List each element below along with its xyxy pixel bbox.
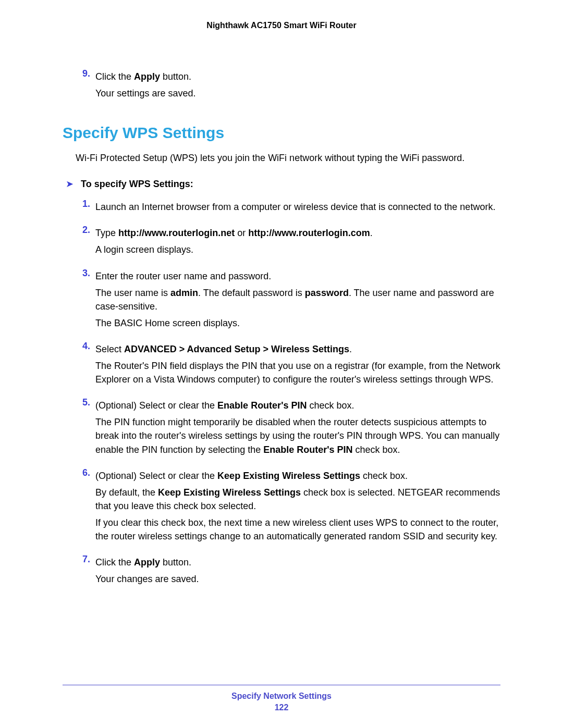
bold-text: Apply	[134, 71, 160, 82]
step-body: Enter the router user name and password.…	[95, 266, 500, 333]
bold-text: ADVANCED > Advanced Setup > Wireless Set…	[124, 344, 349, 354]
text: Click the	[95, 557, 134, 567]
step-number: 5.	[76, 396, 90, 459]
bold-text: Keep Existing Wireless Settings	[217, 471, 360, 481]
bold-text: Apply	[134, 557, 160, 567]
text: Your changes are saved.	[95, 572, 500, 586]
text: Select	[95, 344, 124, 354]
step-body: Type http://www.routerlogin.net or http:…	[95, 223, 500, 260]
step-3: 3. Enter the router user name and passwo…	[76, 266, 500, 333]
section-intro: Wi-Fi Protected Setup (WPS) lets you joi…	[76, 151, 500, 165]
step-4: 4. Select ADVANCED > Advanced Setup > Wi…	[76, 339, 500, 389]
document-page: Nighthawk AC1750 Smart WiFi Router 9. Cl…	[0, 0, 563, 728]
text: Launch an Internet browser from a comput…	[95, 200, 500, 214]
text: .	[349, 344, 352, 354]
step-number: 2.	[76, 223, 90, 260]
step-number: 7.	[76, 552, 90, 589]
text: Type	[95, 228, 118, 238]
page-number: 122	[63, 703, 500, 712]
text: (Optional) Select or clear the	[95, 400, 217, 411]
step-body: Select ADVANCED > Advanced Setup > Wirel…	[95, 339, 500, 389]
step-7: 7. Click the Apply button. Your changes …	[76, 552, 500, 589]
step-2: 2. Type http://www.routerlogin.net or ht…	[76, 223, 500, 260]
text: Your settings are saved.	[95, 87, 500, 100]
bold-text: Keep Existing Wireless Settings	[158, 487, 301, 498]
text: .	[370, 228, 373, 238]
step-number: 9.	[76, 67, 90, 103]
bold-text: http://www.routerlogin.com	[248, 228, 370, 238]
text: check box.	[360, 471, 408, 481]
text: If you clear this check box, the next ti…	[95, 516, 500, 543]
text: button.	[160, 71, 191, 82]
text: check box.	[353, 445, 400, 455]
step-body: (Optional) Select or clear the Keep Exis…	[95, 466, 500, 546]
footer-section-title: Specify Network Settings	[63, 692, 500, 701]
bold-text: http://www.routerlogin.net	[118, 228, 235, 238]
text: Enter the router user name and password.	[95, 269, 500, 283]
procedure-steps: 1. Launch an Internet browser from a com…	[76, 197, 500, 589]
step-9: 9. Click the Apply button. Your settings…	[76, 67, 500, 103]
text: The user name is	[95, 288, 170, 298]
step-number: 3.	[76, 266, 90, 333]
continuation-list: 9. Click the Apply button. Your settings…	[76, 67, 500, 103]
text: check box.	[307, 400, 354, 411]
text: A login screen displays.	[95, 243, 500, 256]
step-1: 1. Launch an Internet browser from a com…	[76, 197, 500, 217]
procedure-title: To specify WPS Settings:	[81, 179, 193, 190]
step-number: 1.	[76, 197, 90, 217]
bold-text: password	[305, 288, 349, 298]
bold-text: Enable Router's PIN	[263, 445, 352, 455]
step-body: (Optional) Select or clear the Enable Ro…	[95, 396, 500, 459]
page-footer: Specify Network Settings 122	[63, 681, 500, 712]
text: . The default password is	[198, 288, 305, 298]
step-body: Click the Apply button. Your settings ar…	[95, 67, 500, 103]
text: (Optional) Select or clear the	[95, 471, 217, 481]
text: The Router's PIN field displays the PIN …	[95, 359, 500, 386]
text: button.	[160, 557, 191, 567]
text: The BASIC Home screen displays.	[95, 316, 500, 330]
footer-divider	[63, 685, 500, 685]
procedure-heading: ➤ To specify WPS Settings:	[66, 178, 500, 190]
chevron-right-icon: ➤	[66, 178, 74, 190]
step-6: 6. (Optional) Select or clear the Keep E…	[76, 466, 500, 546]
document-header: Nighthawk AC1750 Smart WiFi Router	[63, 21, 500, 30]
step-number: 4.	[76, 339, 90, 389]
bold-text: admin	[170, 288, 198, 298]
step-body: Launch an Internet browser from a comput…	[95, 197, 500, 217]
bold-text: Enable Router's PIN	[217, 400, 307, 411]
text: By default, the	[95, 487, 158, 498]
text: Click the	[95, 71, 134, 82]
step-number: 6.	[76, 466, 90, 546]
step-5: 5. (Optional) Select or clear the Enable…	[76, 396, 500, 459]
text: or	[235, 228, 248, 238]
section-title: Specify WPS Settings	[63, 124, 500, 142]
step-body: Click the Apply button. Your changes are…	[95, 552, 500, 589]
